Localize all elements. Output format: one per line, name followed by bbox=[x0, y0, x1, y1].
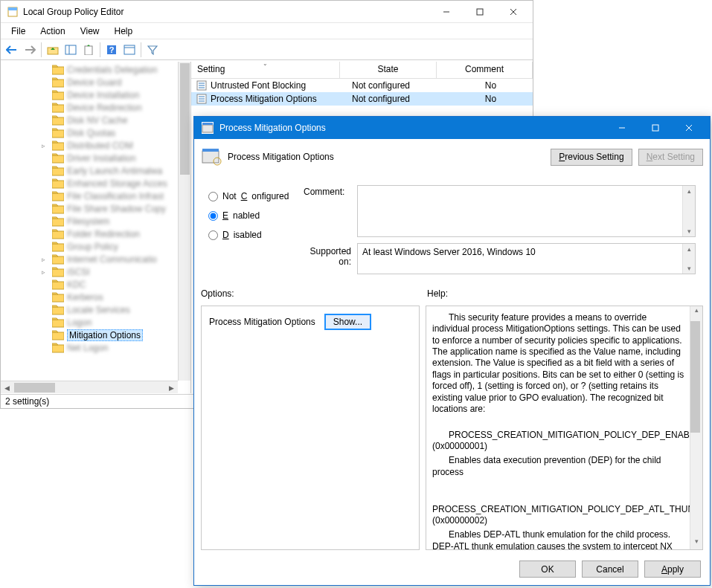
list-row[interactable]: Process Mitigation OptionsNot configured… bbox=[191, 92, 533, 106]
column-comment[interactable]: Comment bbox=[437, 62, 533, 78]
back-button[interactable] bbox=[4, 42, 20, 58]
properties-button[interactable] bbox=[121, 42, 138, 58]
svg-rect-35 bbox=[52, 332, 64, 340]
expand-caret-icon[interactable]: ▹ bbox=[42, 256, 49, 263]
folder-icon bbox=[52, 229, 64, 239]
tree-horizontal-scrollbar[interactable]: ◀ ▶ bbox=[1, 381, 178, 393]
tree-item[interactable]: Device Installation bbox=[42, 88, 191, 101]
folder-icon bbox=[52, 305, 64, 315]
cancel-button[interactable]: Cancel bbox=[582, 560, 638, 578]
tree-item[interactable]: Filesystem bbox=[42, 215, 191, 227]
up-folder-button[interactable] bbox=[45, 42, 61, 58]
show-hide-tree-button[interactable] bbox=[62, 42, 79, 58]
tree-item[interactable]: Enhanced Storage Acces bbox=[42, 177, 191, 190]
help-button[interactable]: ? bbox=[103, 42, 120, 58]
expand-caret-icon[interactable]: ▹ bbox=[42, 142, 49, 149]
svg-text:?: ? bbox=[109, 45, 115, 54]
dialog-title: Process Mitigation Options bbox=[219, 123, 605, 133]
cell-state: Not configured bbox=[352, 80, 449, 91]
dialog-maximize-button[interactable] bbox=[638, 119, 672, 137]
folder-icon bbox=[52, 267, 64, 277]
svg-rect-36 bbox=[52, 345, 64, 352]
tree-item[interactable]: Device Guard bbox=[42, 76, 191, 88]
svg-rect-1 bbox=[8, 7, 17, 10]
folder-icon bbox=[52, 90, 64, 100]
show-button[interactable]: Show... bbox=[324, 314, 371, 330]
tree-item[interactable]: Kerberos bbox=[42, 291, 191, 303]
radio-not-configured[interactable]: Not Configured bbox=[208, 187, 305, 206]
tree-item[interactable]: Driver Installation bbox=[42, 152, 191, 164]
close-button[interactable] bbox=[496, 1, 530, 22]
tree-item-label: Logon bbox=[67, 317, 92, 328]
tree-item[interactable]: KDC bbox=[42, 278, 191, 291]
tree-item[interactable]: ▹Distributed COM bbox=[42, 139, 191, 152]
expand-caret-icon[interactable]: ▹ bbox=[42, 268, 49, 276]
radio-enabled[interactable]: Enabled bbox=[208, 206, 305, 225]
menu-help[interactable]: Help bbox=[110, 25, 138, 38]
menu-view[interactable]: View bbox=[76, 25, 104, 38]
tree-item[interactable]: Net Logon bbox=[42, 341, 191, 354]
svg-rect-34 bbox=[52, 320, 64, 327]
tree-item[interactable]: Early Launch Antimalwa bbox=[42, 164, 191, 177]
export-button[interactable] bbox=[80, 42, 97, 58]
svg-rect-31 bbox=[52, 282, 64, 289]
tree-item-label: Driver Installation bbox=[67, 153, 136, 164]
tree-item[interactable]: ▹Internet Communicatio bbox=[42, 253, 191, 265]
radio-disabled[interactable]: Disabled bbox=[208, 225, 305, 245]
tree-item[interactable]: Device Redirection bbox=[42, 101, 191, 114]
tree-item[interactable]: File Classification Infrast bbox=[42, 190, 191, 202]
state-radio-group: Not Configured Enabled Disabled bbox=[208, 187, 305, 245]
svg-rect-53 bbox=[202, 149, 219, 152]
tree-pane: Credentials DelegationDevice GuardDevice… bbox=[1, 62, 191, 393]
ok-button[interactable]: OK bbox=[519, 560, 576, 578]
comment-scrollbar[interactable]: ▴▾ bbox=[682, 186, 695, 236]
menu-file[interactable]: File bbox=[7, 25, 30, 38]
tree-item[interactable]: Folder Redirection bbox=[42, 227, 191, 240]
folder-icon bbox=[52, 254, 64, 265]
tree-item-label: Net Logon bbox=[67, 343, 108, 353]
tree-vertical-scrollbar[interactable] bbox=[178, 62, 190, 381]
folder-icon bbox=[52, 178, 64, 189]
maximize-button[interactable] bbox=[463, 1, 496, 22]
folder-icon bbox=[52, 65, 64, 75]
column-state[interactable]: State bbox=[340, 62, 437, 78]
tree-item[interactable]: Logon bbox=[42, 316, 191, 329]
options-panel: Process Mitigation Options Show... bbox=[201, 306, 420, 550]
folder-icon bbox=[52, 191, 64, 201]
svg-rect-19 bbox=[52, 130, 64, 138]
apply-button[interactable]: Apply bbox=[644, 560, 701, 578]
svg-rect-21 bbox=[52, 155, 64, 163]
tree-item[interactable]: Disk Quotas bbox=[42, 126, 191, 139]
menu-action[interactable]: Action bbox=[36, 25, 69, 38]
folder-icon bbox=[52, 330, 64, 340]
column-setting[interactable]: Setting⌄ bbox=[191, 62, 340, 78]
menubar: File Action View Help bbox=[1, 23, 533, 39]
minimize-button[interactable] bbox=[429, 1, 463, 22]
tree-item[interactable]: Mitigation Options bbox=[42, 329, 191, 341]
supported-on-textbox: At least Windows Server 2016, Windows 10… bbox=[357, 243, 696, 274]
tree-item-label: Disk Quotas bbox=[67, 128, 115, 138]
tree-item[interactable]: Disk NV Cache bbox=[42, 114, 191, 126]
tree-item[interactable]: Locale Services bbox=[42, 303, 191, 316]
help-const-1-desc: Enables data execution prevention (DEP) … bbox=[432, 455, 686, 478]
cell-state: Not configured bbox=[352, 94, 449, 104]
tree-item[interactable]: Credentials Delegation bbox=[42, 63, 191, 76]
dialog-close-button[interactable] bbox=[672, 119, 705, 137]
svg-rect-7 bbox=[65, 45, 76, 54]
help-label: Help: bbox=[427, 288, 448, 299]
svg-rect-28 bbox=[52, 244, 64, 251]
tree-item[interactable]: ▹iSCSI bbox=[42, 265, 191, 278]
tree-item[interactable]: Group Policy bbox=[42, 240, 191, 253]
folder-icon bbox=[52, 128, 64, 138]
svg-rect-33 bbox=[52, 307, 64, 314]
previous-setting-button[interactable]: Previous Setting bbox=[551, 149, 632, 166]
tree-item[interactable]: File Share Shadow Copy bbox=[42, 202, 191, 215]
prev-label: revious Setting bbox=[565, 152, 623, 162]
dialog-minimize-button[interactable] bbox=[605, 119, 638, 137]
list-row[interactable]: Untrusted Font BlockingNot configuredNo bbox=[191, 79, 533, 92]
supported-scrollbar[interactable]: ▴▾ bbox=[682, 244, 695, 274]
filter-button[interactable] bbox=[144, 42, 161, 58]
forward-button[interactable] bbox=[22, 42, 38, 58]
comment-textbox[interactable]: ▴▾ bbox=[357, 185, 696, 237]
help-scrollbar[interactable]: ▴▾ bbox=[690, 306, 702, 549]
